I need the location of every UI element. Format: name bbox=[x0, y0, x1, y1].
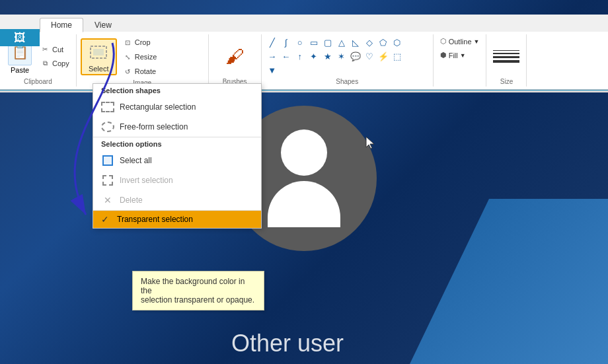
fill-button[interactable]: ⬢ Fill ▼ bbox=[437, 50, 469, 61]
shape-triangle[interactable]: △ bbox=[335, 36, 348, 49]
size-line-2[interactable] bbox=[493, 53, 519, 54]
shape-scroll[interactable]: ⬚ bbox=[391, 50, 404, 63]
paste-label: Paste bbox=[11, 66, 29, 74]
outline-label: Outline bbox=[449, 38, 472, 46]
avatar-head bbox=[281, 129, 327, 176]
rectangular-label: Rectangular selection bbox=[120, 102, 196, 112]
shape-left-arrow[interactable]: ← bbox=[280, 50, 293, 63]
shape-oval[interactable]: ○ bbox=[293, 36, 307, 49]
shapes-group: ╱ ∫ ○ ▭ ▢ △ ◺ ◇ ⬠ ⬡ → ← ↑ ✦ ★ ✶ 💬 bbox=[262, 34, 434, 87]
tooltip-text-line1: Make the background color in the bbox=[141, 277, 245, 295]
size-line-4[interactable] bbox=[493, 60, 519, 63]
shape-roundrect[interactable]: ▢ bbox=[321, 36, 334, 49]
shape-star5[interactable]: ★ bbox=[321, 50, 334, 63]
resize-label: Resize bbox=[135, 53, 157, 61]
shape-diamond[interactable]: ◇ bbox=[363, 36, 376, 49]
shapes-label: Shapes bbox=[266, 77, 429, 85]
outline-chevron: ▼ bbox=[474, 38, 480, 45]
invert-label: Invert selection bbox=[120, 176, 173, 185]
shape-more[interactable]: ▼ bbox=[266, 63, 279, 77]
transparent-label: Transparent selection bbox=[117, 215, 193, 224]
annotation-arrow bbox=[33, 36, 126, 237]
tab-view[interactable]: View bbox=[83, 17, 123, 32]
other-user-text: Other user bbox=[231, 330, 344, 357]
shapes-grid: ╱ ∫ ○ ▭ ▢ △ ◺ ◇ ⬠ ⬡ → ← ↑ ✦ ★ ✶ 💬 bbox=[266, 36, 411, 77]
brushes-icon[interactable]: 🖌 bbox=[220, 40, 249, 73]
outline-icon: ⬡ bbox=[440, 37, 447, 46]
shape-up-arrow[interactable]: ↑ bbox=[293, 50, 307, 63]
shape-star4[interactable]: ✦ bbox=[307, 50, 321, 63]
app-icon: 🖼 bbox=[14, 31, 26, 45]
size-group: Size bbox=[486, 34, 527, 87]
shape-pentagon[interactable]: ⬠ bbox=[377, 36, 390, 49]
shape-line[interactable]: ╱ bbox=[266, 36, 279, 49]
brushes-group: 🖌 Brushes bbox=[209, 34, 262, 87]
outline-fill-content: ⬡ Outline ▼ ⬢ Fill ▼ bbox=[437, 36, 482, 84]
shape-curve[interactable]: ∫ bbox=[280, 36, 293, 49]
size-line-3[interactable] bbox=[493, 56, 519, 58]
tab-home[interactable]: Home bbox=[40, 18, 83, 32]
fill-icon: ⬢ bbox=[440, 51, 447, 59]
avatar-body bbox=[268, 181, 340, 227]
size-lines bbox=[490, 48, 522, 65]
shape-right-arrow[interactable]: → bbox=[266, 50, 279, 63]
crop-label: Crop bbox=[135, 38, 151, 46]
shape-right-triangle[interactable]: ◺ bbox=[349, 36, 362, 49]
shapes-group-inner: ╱ ∫ ○ ▭ ▢ △ ◺ ◇ ⬠ ⬡ → ← ↑ ✦ ★ ✶ 💬 bbox=[266, 36, 429, 85]
tooltip-text-line2: selection transparent or opaque. bbox=[141, 295, 254, 305]
freeform-label: Free-form selection bbox=[120, 122, 188, 131]
tooltip: Make the background color in the selecti… bbox=[132, 271, 264, 310]
tab-bar: Home View bbox=[0, 15, 608, 32]
shape-hexagon[interactable]: ⬡ bbox=[391, 36, 404, 49]
outline-fill-group: ⬡ Outline ▼ ⬢ Fill ▼ bbox=[434, 34, 487, 87]
size-line-1[interactable] bbox=[493, 50, 519, 51]
fill-label: Fill bbox=[449, 52, 458, 59]
shape-lightning[interactable]: ⚡ bbox=[377, 50, 390, 63]
brushes-group-content: 🖌 bbox=[220, 36, 249, 77]
size-label: Size bbox=[500, 77, 513, 85]
cursor bbox=[365, 135, 375, 152]
shape-rect[interactable]: ▭ bbox=[307, 36, 321, 49]
shape-callout[interactable]: 💬 bbox=[349, 50, 362, 63]
rotate-label: Rotate bbox=[135, 67, 156, 75]
shape-heart[interactable]: ♡ bbox=[363, 50, 376, 63]
outline-button[interactable]: ⬡ Outline ▼ bbox=[437, 36, 482, 47]
fill-chevron: ▼ bbox=[460, 52, 466, 59]
size-group-content bbox=[490, 36, 522, 77]
shape-star6[interactable]: ✶ bbox=[335, 50, 348, 63]
